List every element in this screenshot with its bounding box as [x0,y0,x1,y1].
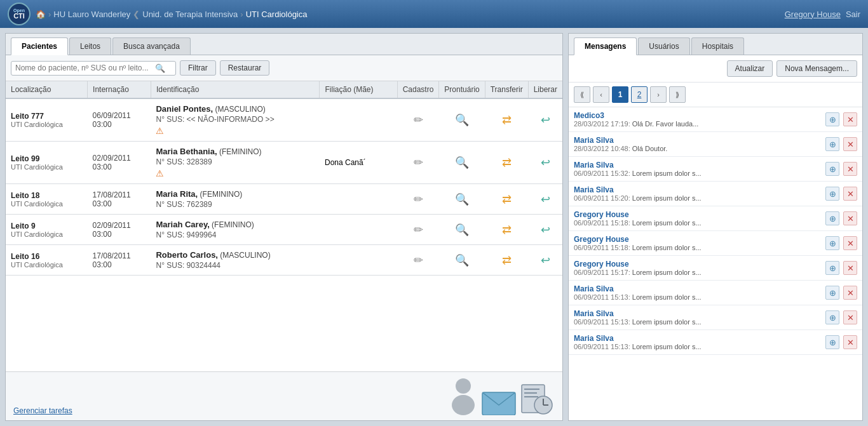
envelope-icon [481,387,517,415]
transfer-icon-0[interactable]: ⇄ [502,113,512,127]
tab-usuarios[interactable]: Usuários [638,37,689,55]
table-row: Leito 777 UTI Cardiológica 06/09/2011 03… [6,98,562,142]
prontuario-icon-4[interactable]: 🔍 [455,253,469,267]
search-icon[interactable]: 🔍 [155,63,165,73]
message-view-btn-9[interactable]: ⊕ [825,335,839,349]
tab-hospitais[interactable]: Hospitais [691,37,744,55]
patient-sus-1: N° SUS: 328389 [156,157,315,166]
internacao-time-2: 03:00 [93,199,146,208]
message-sender-7[interactable]: Maria Silva [574,284,822,293]
pg-num-1[interactable]: 1 [612,86,628,103]
table-header-row: Localização Internação Identificação Fil… [6,81,562,98]
message-delete-btn-4[interactable]: ✕ [843,211,857,225]
message-sender-2[interactable]: Maria Silva [574,161,822,170]
home-icon[interactable]: 🏠 [36,10,46,19]
pg-first-button[interactable]: ⟪ [574,86,590,103]
pg-prev-button[interactable]: ‹ [593,86,609,103]
message-sender-0[interactable]: Medico3 [574,111,822,120]
prontuario-icon-0[interactable]: 🔍 [455,113,469,127]
message-view-btn-2[interactable]: ⊕ [825,162,839,176]
message-sender-3[interactable]: Maria Silva [574,185,822,194]
release-icon-3[interactable]: ↩ [541,223,550,237]
message-item: Maria Silva 06/09/2011 15:32: Lorem ipsu… [569,157,862,182]
message-view-btn-7[interactable]: ⊕ [825,286,839,300]
tab-busca-avancada[interactable]: Busca avançada [112,37,191,55]
edit-icon-1[interactable]: ✏ [414,156,423,170]
transfer-icon-2[interactable]: ⇄ [502,192,512,206]
message-delete-btn-1[interactable]: ✕ [843,137,857,151]
search-input[interactable] [15,63,155,72]
message-sender-8[interactable]: Maria Silva [574,309,822,318]
message-view-btn-4[interactable]: ⊕ [825,211,839,225]
message-delete-btn-2[interactable]: ✕ [843,162,857,176]
edit-icon-0[interactable]: ✏ [414,113,423,127]
message-delete-btn-6[interactable]: ✕ [843,261,857,275]
release-icon-4[interactable]: ↩ [541,253,550,267]
cell-prontuario-4: 🔍 [439,245,485,276]
filter-button[interactable]: Filtrar [180,60,216,76]
release-icon-1[interactable]: ↩ [541,156,550,170]
col-cadastro: Cadastro [397,81,439,98]
right-panel: Mensagens Usuários Hospitais Atualizar N… [568,33,863,421]
message-sender-9[interactable]: Maria Silva [574,334,822,343]
pg-num-2[interactable]: 2 [631,86,648,103]
restore-button[interactable]: Restaurar [220,60,270,76]
message-content-4: Gregory House 06/09/2011 15:18: Lorem ip… [574,210,822,227]
transfer-icon-1[interactable]: ⇄ [502,156,512,170]
message-view-btn-6[interactable]: ⊕ [825,261,839,275]
message-view-btn-0[interactable]: ⊕ [825,112,839,126]
pg-last-button[interactable]: ⟫ [669,86,686,103]
message-delete-btn-7[interactable]: ✕ [843,286,857,300]
message-view-btn-3[interactable]: ⊕ [825,187,839,201]
message-view-btn-5[interactable]: ⊕ [825,236,839,250]
message-delete-btn-5[interactable]: ✕ [843,236,857,250]
leito-unit-3: UTI Cardiológica [11,230,83,238]
edit-icon-4[interactable]: ✏ [414,253,423,267]
release-icon-0[interactable]: ↩ [541,113,550,127]
breadcrumb-hu[interactable]: HU Lauro Wanderley [53,10,130,19]
edit-icon-3[interactable]: ✏ [414,223,423,237]
transfer-icon-4[interactable]: ⇄ [502,253,512,267]
message-delete-btn-3[interactable]: ✕ [843,187,857,201]
pg-next-button[interactable]: › [650,86,667,103]
tab-pacientes[interactable]: Pacientes [11,37,68,55]
header: Open CTI 🏠 › HU Lauro Wanderley ❮ Unid. … [0,0,868,28]
message-sender-4[interactable]: Gregory House [574,210,822,219]
nova-mensagem-button[interactable]: Nova Mensagem... [776,60,857,77]
message-delete-btn-8[interactable]: ✕ [843,310,857,324]
patient-name-4: Roberto Carlos, [156,250,218,260]
message-sender-1[interactable]: Maria Silva [574,136,822,145]
release-icon-2[interactable]: ↩ [541,192,550,206]
svg-rect-4 [524,389,539,390]
leito-unit-2: UTI Cardiológica [11,200,83,208]
prontuario-icon-3[interactable]: 🔍 [455,223,469,237]
col-prontuario: Prontuário [439,81,485,98]
tab-mensagens[interactable]: Mensagens [574,37,637,55]
cell-filiacao-1: Dona Canã´ [320,142,397,184]
message-sender-6[interactable]: Gregory House [574,260,822,269]
message-delete-btn-9[interactable]: ✕ [843,335,857,349]
user-name-link[interactable]: Gregory House [785,10,841,19]
logout-link[interactable]: Sair [846,10,860,19]
message-view-btn-8[interactable]: ⊕ [825,310,839,324]
tab-leitos[interactable]: Leitos [69,37,111,55]
atualizar-button[interactable]: Atualizar [727,60,773,77]
breadcrumb-uti[interactable]: Unid. de Terapia Intensiva [142,10,238,19]
leito-name-1: Leito 99 [11,154,83,163]
prontuario-icon-2[interactable]: 🔍 [455,192,469,206]
message-view-btn-1[interactable]: ⊕ [825,137,839,151]
cell-identificacao-4: Roberto Carlos, (MASCULINO) N° SUS: 9032… [151,245,320,276]
edit-icon-2[interactable]: ✏ [414,192,423,206]
cell-liberar-1: ↩ [528,142,562,184]
transfer-icon-3[interactable]: ⇄ [502,223,512,237]
cell-liberar-0: ↩ [528,98,562,142]
cell-transferir-4: ⇄ [485,245,528,276]
prontuario-icon-1[interactable]: 🔍 [455,156,469,170]
gerenciar-link[interactable]: Gerenciar tarefas [13,406,72,415]
message-time-4: 06/09/2011 15:18: [574,219,630,227]
message-time-7: 06/09/2011 15:13: [574,293,630,301]
table-row: Leito 16 UTI Cardiológica 17/08/2011 03:… [6,245,562,276]
message-delete-btn-0[interactable]: ✕ [843,112,857,126]
message-sender-5[interactable]: Gregory House [574,235,822,244]
message-preview-1: 28/03/2012 10:48: Olá Doutor. [574,145,822,152]
